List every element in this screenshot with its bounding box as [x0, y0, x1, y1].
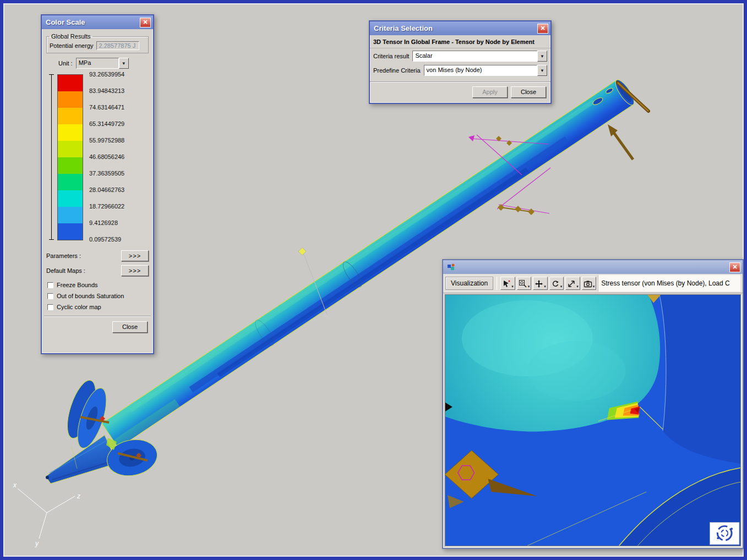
chevron-down-icon[interactable]: ▾	[576, 284, 579, 288]
color-scale-widget: 93.2653995483.9484321374.6314647165.3144…	[46, 74, 149, 243]
window-icon	[447, 263, 456, 272]
chevron-down-icon[interactable]: ▾	[593, 284, 595, 288]
fit-view-icon[interactable]: ▾	[565, 277, 580, 290]
tab-visualization[interactable]: Visualization	[445, 277, 493, 290]
scale-band	[58, 223, 83, 240]
scale-band	[58, 124, 83, 141]
result-status-text: Stress tensor (von Mises (by Node), Load…	[598, 275, 740, 292]
color-scale-dialog: Color Scale ✕ Global Results Potential e…	[41, 14, 154, 354]
axis-y-label: y	[35, 540, 39, 547]
checkbox-label: Out of bounds Saturation	[57, 293, 124, 299]
checkbox-label: Cyclic color map	[57, 304, 101, 310]
dialog-title: Color Scale	[46, 18, 140, 26]
criteria-result-combobox[interactable]: Scalar ▼	[412, 51, 547, 62]
color-scale-bar	[57, 74, 83, 240]
close-button[interactable]: Close	[112, 321, 148, 333]
scale-labels: 93.2653995483.9484321374.6314647165.3144…	[89, 74, 150, 243]
scale-band	[58, 174, 83, 190]
divider	[497, 277, 497, 290]
scale-band	[58, 157, 83, 174]
predefine-criteria-combobox[interactable]: von Mises (by Node) ▼	[424, 65, 547, 76]
axis-z-label: z	[77, 492, 80, 500]
chevron-down-icon[interactable]: ▼	[537, 65, 547, 76]
chevron-down-icon[interactable]: ▾	[511, 284, 514, 288]
divider	[44, 316, 151, 317]
scale-label: 65.31449729	[89, 120, 124, 127]
parameters-button[interactable]: >>>	[121, 250, 149, 261]
scale-band	[58, 141, 83, 157]
scale-band	[58, 190, 83, 207]
app-logo	[710, 522, 739, 545]
scale-label: 46.68056246	[89, 153, 124, 160]
chevron-down-icon[interactable]: ▾	[544, 284, 546, 288]
scale-band	[58, 108, 83, 124]
scale-label: 18.72966022	[89, 203, 124, 210]
criteria-selection-dialog: Criteria Selection ✕ 3D Tensor In Global…	[369, 20, 552, 104]
close-icon[interactable]: ✕	[140, 18, 151, 28]
chevron-down-icon[interactable]: ▾	[560, 284, 563, 288]
zoom-area-icon[interactable]: ▾	[517, 277, 532, 290]
visualization-toolbar: Visualization ▾ ▾ ▾ ▾ ▾	[443, 274, 743, 293]
scale-band	[58, 75, 83, 91]
potential-energy-value: 2.28577875 J	[96, 41, 139, 50]
checkbox-row[interactable]: Out of bounds Saturation	[47, 293, 149, 299]
scale-label: 9.4126928	[89, 219, 118, 226]
scale-axis	[49, 74, 54, 240]
zoom-view-scene	[445, 295, 740, 546]
predefine-criteria-label: Predefine Criteria	[373, 67, 421, 74]
scale-label: 83.94843213	[89, 87, 124, 94]
visualization-titlebar[interactable]: ✕	[443, 260, 743, 274]
chevron-down-icon[interactable]: ▼	[537, 51, 547, 62]
chevron-down-icon[interactable]: ▼	[119, 58, 129, 69]
scale-label: 55.99752988	[89, 137, 124, 144]
checkbox[interactable]	[47, 304, 53, 310]
criteria-header: 3D Tensor In Global Frame - Tensor by No…	[370, 35, 550, 48]
axis-x-label: x	[13, 481, 17, 489]
scale-label: 0.09572539	[89, 236, 121, 243]
snapshot-icon[interactable]: ▾	[582, 277, 597, 290]
scale-band	[58, 207, 83, 223]
global-results-group: Global Results Potential energy 2.285778…	[46, 33, 149, 53]
dialog-title: Criteria Selection	[374, 24, 537, 32]
visualization-window: ✕ Visualization ▾ ▾ ▾ ▾ ▾	[442, 259, 744, 549]
unit-value: MPa	[76, 58, 119, 69]
criteria-result-label: Criteria result	[373, 53, 409, 59]
scale-label: 28.04662763	[89, 186, 124, 193]
checkbox[interactable]	[47, 282, 53, 288]
scale-band	[58, 91, 83, 108]
coordinate-triad: x z y	[13, 481, 80, 547]
apply-button[interactable]: Apply	[472, 86, 508, 98]
close-icon[interactable]: ✕	[729, 262, 740, 272]
predefine-criteria-value: von Mises (by Node)	[424, 65, 537, 76]
group-label: Global Results	[50, 33, 92, 40]
unit-label: Unit :	[58, 60, 73, 67]
chevron-down-icon[interactable]: ▾	[528, 284, 530, 288]
close-icon[interactable]: ✕	[537, 24, 548, 34]
edit-tool-icon[interactable]: ▾	[500, 277, 515, 290]
scale-label: 37.36359505	[89, 170, 124, 177]
criteria-titlebar[interactable]: Criteria Selection ✕	[370, 21, 550, 35]
checkbox-list: Freeze BoundsOut of bounds SaturationCyc…	[47, 282, 149, 310]
parameters-label: Parameters :	[46, 252, 81, 259]
scale-label: 93.26539954	[89, 71, 124, 78]
rotate-tool-icon[interactable]: ▾	[549, 277, 564, 290]
application-window: x z y Color Scale ✕ Global Results Poten…	[0, 0, 747, 560]
potential-energy-label: Potential energy	[50, 42, 94, 49]
checkbox-label: Freeze Bounds	[57, 282, 98, 288]
checkbox-row[interactable]: Freeze Bounds	[47, 282, 149, 288]
checkbox[interactable]	[47, 293, 53, 299]
pan-tool-icon[interactable]: ▾	[533, 277, 548, 290]
zoom-viewport[interactable]	[445, 294, 741, 546]
default-maps-label: Default Maps :	[46, 267, 85, 274]
scale-label: 74.63146471	[89, 104, 124, 111]
criteria-result-value: Scalar	[412, 51, 537, 62]
close-button[interactable]: Close	[511, 86, 546, 98]
unit-combobox[interactable]: MPa ▼	[76, 58, 129, 69]
checkbox-row[interactable]: Cyclic color map	[47, 304, 149, 310]
default-maps-button[interactable]: >>>	[121, 265, 149, 276]
color-scale-titlebar[interactable]: Color Scale ✕	[42, 15, 153, 29]
